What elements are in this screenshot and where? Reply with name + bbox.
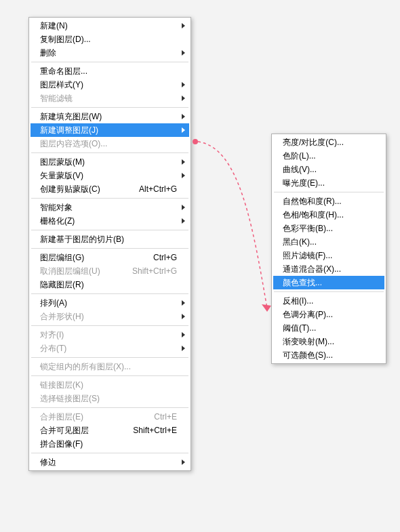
subMenu-item[interactable]: 反相(I)... <box>273 294 384 308</box>
menu-item-label: 创建剪贴蒙版(C) <box>40 182 131 196</box>
menu-item-label: 复制图层(D)... <box>40 33 177 46</box>
mainMenu-item[interactable]: 拼合图像(F) <box>31 437 189 451</box>
menu-separator <box>31 198 188 199</box>
menu-item-shortcut: Shift+Ctrl+G <box>132 264 177 278</box>
menu-item-label: 色相/饱和度(H)... <box>283 208 372 222</box>
subMenu-item[interactable]: 黑白(K)... <box>273 235 384 249</box>
menu-separator <box>274 192 384 192</box>
mainMenu-item[interactable]: 重命名图层... <box>31 64 189 78</box>
mainMenu-item[interactable]: 排列(A) <box>31 296 189 310</box>
menu-item-label: 选择链接图层(S) <box>40 392 177 405</box>
mainMenu-item[interactable]: 矢量蒙版(V) <box>31 169 189 182</box>
menu-item-label: 智能滤镜 <box>40 91 177 105</box>
menu-item-label: 取消图层编组(U) <box>40 264 124 278</box>
menu-item-label: 反相(I)... <box>283 294 372 308</box>
menu-separator <box>31 407 188 408</box>
menu-item-label: 亮度/对比度(C)... <box>283 136 372 149</box>
mainMenu-item[interactable]: 栅格化(Z) <box>31 214 189 228</box>
menu-separator <box>31 375 188 376</box>
menu-item-label: 新建填充图层(W) <box>40 110 177 123</box>
mainMenu-item[interactable]: 新建(N) <box>31 19 189 33</box>
menu-item-shortcut: Ctrl+E <box>154 410 177 424</box>
menu-item-shortcut: Shift+Ctrl+E <box>133 424 177 437</box>
mainMenu-item[interactable]: 创建剪贴蒙版(C)Alt+Ctrl+G <box>31 182 189 196</box>
menu-item-label: 智能对象 <box>40 201 177 214</box>
annotation-arrow <box>191 134 278 313</box>
mainMenu-item[interactable]: 图层蒙版(M) <box>31 155 189 169</box>
mainMenu-item[interactable]: 新建填充图层(W) <box>31 110 189 123</box>
menu-separator <box>31 230 188 230</box>
subMenu-item[interactable]: 亮度/对比度(C)... <box>273 136 384 149</box>
subMenu-item[interactable]: 色调分离(P)... <box>273 308 384 321</box>
menu-item-label: 色彩平衡(B)... <box>283 222 372 235</box>
menu-item-label: 黑白(K)... <box>283 235 372 249</box>
menu-item-label: 可选颜色(S)... <box>283 348 372 362</box>
menu-item-label: 拼合图像(F) <box>40 437 177 451</box>
menu-item-label: 新建(N) <box>40 19 177 33</box>
subMenu-item[interactable]: 曝光度(E)... <box>273 176 384 190</box>
subMenu-item[interactable]: 色阶(L)... <box>273 149 384 163</box>
mainMenu-item[interactable]: 图层编组(G)Ctrl+G <box>31 251 189 264</box>
menu-item-label: 色阶(L)... <box>283 149 372 163</box>
mainMenu-item: 合并图层(E)Ctrl+E <box>31 410 189 424</box>
mainMenu-item: 取消图层编组(U)Shift+Ctrl+G <box>31 264 189 278</box>
mainMenu-item: 分布(T) <box>31 342 189 355</box>
subMenu-item[interactable]: 颜色查找... <box>273 276 384 289</box>
menu-item-label: 自然饱和度(R)... <box>283 195 372 208</box>
mainMenu-item[interactable]: 新建调整图层(J) <box>31 123 189 137</box>
menu-item-label: 照片滤镜(F)... <box>283 249 372 262</box>
menu-item-label: 合并可见图层 <box>40 424 125 437</box>
menu-item-label: 修边 <box>40 455 177 469</box>
subMenu-item[interactable]: 照片滤镜(F)... <box>273 249 384 262</box>
subMenu-item[interactable]: 色相/饱和度(H)... <box>273 208 384 222</box>
menu-item-label: 曝光度(E)... <box>283 176 372 190</box>
mainMenu-item[interactable]: 合并可见图层Shift+Ctrl+E <box>31 424 189 437</box>
menu-separator <box>31 293 188 294</box>
menu-item-label: 图层内容选项(O)... <box>40 137 177 150</box>
menu-separator <box>31 453 188 453</box>
adjustment-layer-submenu[interactable]: 亮度/对比度(C)...色阶(L)...曲线(V)...曝光度(E)...自然饱… <box>271 134 386 364</box>
menu-item-label: 颜色查找... <box>283 276 372 289</box>
menu-item-label: 新建调整图层(J) <box>40 123 177 137</box>
mainMenu-item: 选择链接图层(S) <box>31 392 189 405</box>
menu-item-label: 删除 <box>40 46 177 60</box>
menu-item-label: 图层样式(Y) <box>40 78 177 91</box>
mainMenu-item[interactable]: 新建基于图层的切片(B) <box>31 232 189 246</box>
mainMenu-item[interactable]: 复制图层(D)... <box>31 33 189 46</box>
menu-item-label: 排列(A) <box>40 296 177 310</box>
menu-separator <box>31 357 188 358</box>
mainMenu-item[interactable]: 图层样式(Y) <box>31 78 189 91</box>
menu-item-label: 矢量蒙版(V) <box>40 169 177 182</box>
menu-item-label: 栅格化(Z) <box>40 214 177 228</box>
subMenu-item[interactable]: 阈值(T)... <box>273 321 384 335</box>
menu-item-shortcut: Alt+Ctrl+G <box>139 182 177 196</box>
subMenu-item[interactable]: 色彩平衡(B)... <box>273 222 384 235</box>
mainMenu-item: 智能滤镜 <box>31 91 189 105</box>
subMenu-item[interactable]: 可选颜色(S)... <box>273 348 384 362</box>
menu-item-label: 对齐(I) <box>40 328 177 342</box>
menu-item-label: 图层蒙版(M) <box>40 155 177 169</box>
menu-item-label: 分布(T) <box>40 342 177 355</box>
subMenu-item[interactable]: 渐变映射(M)... <box>273 335 384 348</box>
mainMenu-item[interactable]: 修边 <box>31 455 189 469</box>
svg-marker-1 <box>262 304 271 312</box>
menu-separator <box>274 291 384 292</box>
menu-separator <box>31 152 188 153</box>
subMenu-item[interactable]: 通道混合器(X)... <box>273 262 384 276</box>
menu-item-label: 锁定组内的所有图层(X)... <box>40 360 177 373</box>
subMenu-item[interactable]: 自然饱和度(R)... <box>273 195 384 208</box>
mainMenu-item: 对齐(I) <box>31 328 189 342</box>
mainMenu-item[interactable]: 隐藏图层(R) <box>31 278 189 291</box>
menu-item-label: 曲线(V)... <box>283 163 372 176</box>
menu-item-label: 色调分离(P)... <box>283 308 372 321</box>
mainMenu-item[interactable]: 智能对象 <box>31 201 189 214</box>
svg-point-0 <box>193 139 198 144</box>
subMenu-item[interactable]: 曲线(V)... <box>273 163 384 176</box>
menu-separator <box>31 62 188 62</box>
menu-item-label: 通道混合器(X)... <box>283 262 372 276</box>
menu-item-label: 新建基于图层的切片(B) <box>40 232 177 246</box>
mainMenu-item: 链接图层(K) <box>31 378 189 392</box>
layer-context-menu[interactable]: 新建(N)复制图层(D)...删除重命名图层...图层样式(Y)智能滤镜新建填充… <box>28 17 191 471</box>
mainMenu-item[interactable]: 删除 <box>31 46 189 60</box>
menu-item-label: 合并图层(E) <box>40 410 146 424</box>
